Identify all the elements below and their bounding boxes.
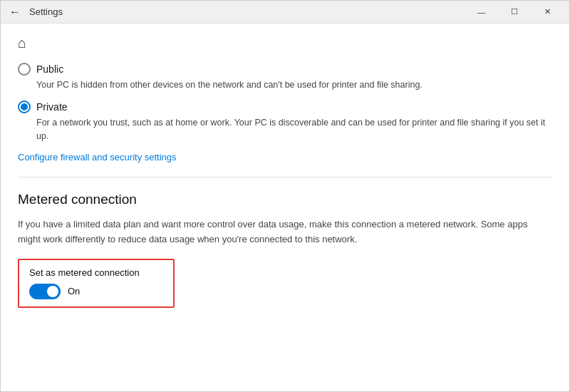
metered-connection-box: Set as metered connection On [18,259,175,308]
close-button[interactable]: ✕ [531,1,564,24]
private-radio-label[interactable]: Private [18,100,552,113]
home-icon[interactable]: ⌂ [18,35,552,51]
minimize-button[interactable]: — [465,1,498,24]
window-title: Settings [29,6,63,17]
firewall-link[interactable]: Configure firewall and security settings [18,152,177,163]
metered-section-title: Metered connection [18,192,552,207]
maximize-button[interactable]: ☐ [498,1,531,24]
public-radio-button[interactable] [18,63,31,76]
private-description: For a network you trust, such as at home… [36,116,552,143]
public-radio-label[interactable]: Public [18,63,552,76]
window-controls: — ☐ ✕ [465,1,564,24]
public-radio-group: Public Your PC is hidden from other devi… [18,63,552,92]
metered-box-label: Set as metered connection [29,267,163,278]
public-description: Your PC is hidden from other devices on … [36,78,552,92]
private-radio-button[interactable] [18,100,31,113]
toggle-state-label: On [68,286,80,296]
metered-toggle[interactable] [29,284,61,299]
back-button[interactable]: ← [6,6,24,19]
private-label: Private [36,101,68,113]
metered-section-desc: If you have a limited data plan and want… [18,217,552,247]
section-divider [18,177,552,177]
toggle-thumb [47,286,58,297]
title-bar-left: ← Settings [6,6,63,19]
public-label: Public [36,63,63,75]
title-bar: ← Settings — ☐ ✕ [1,1,569,24]
private-radio-group: Private For a network you trust, such as… [18,100,552,143]
toggle-row: On [29,284,163,299]
settings-content: ⌂ Public Your PC is hidden from other de… [1,24,569,392]
